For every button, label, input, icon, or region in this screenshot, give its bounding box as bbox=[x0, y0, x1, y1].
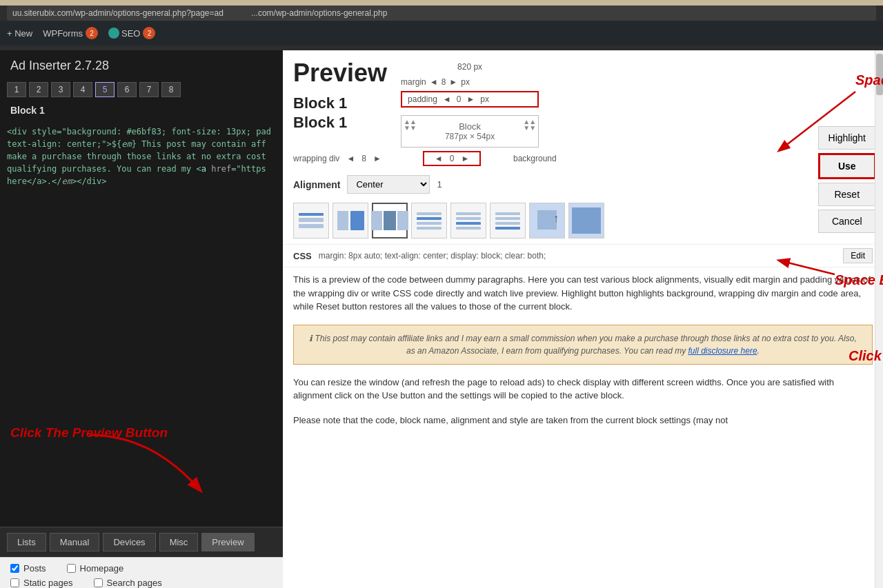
admin-bar-seo[interactable]: SEO 2 bbox=[108, 27, 155, 39]
tab-misc[interactable]: Misc bbox=[159, 533, 199, 551]
block1-h2: Block 1 bbox=[293, 114, 387, 132]
wrap-left-arrow[interactable]: ◄ bbox=[346, 154, 355, 163]
align-right-icon[interactable] bbox=[333, 203, 368, 239]
reset-button[interactable]: Reset bbox=[818, 183, 876, 206]
tab-preview[interactable]: Preview bbox=[201, 533, 254, 551]
align-center-icon[interactable] bbox=[372, 203, 408, 239]
checkbox-row-1: Posts Homepage bbox=[10, 563, 272, 574]
margin-control: margin ◄ 8 ► px bbox=[401, 77, 539, 87]
padding-control-box: padding ◄ 0 ► px bbox=[401, 91, 539, 108]
search-checkbox[interactable] bbox=[94, 578, 103, 587]
wrap2-right-arrow[interactable]: ► bbox=[461, 154, 469, 163]
padding-label: padding bbox=[408, 94, 437, 104]
posts-checkbox[interactable] bbox=[10, 564, 19, 573]
plugin-title: Ad Inserter 2.7.28 bbox=[0, 50, 283, 79]
tab-7[interactable]: 7 bbox=[139, 82, 159, 97]
align-icon4[interactable] bbox=[411, 203, 447, 239]
edit-button[interactable]: Edit bbox=[843, 248, 873, 263]
code-editor[interactable]: <div style="background: #e6bf83; font-si… bbox=[0, 120, 283, 527]
static-checkbox[interactable] bbox=[10, 578, 19, 587]
preview-top: Preview Block 1 Block 1 820 px margin ◄ … bbox=[283, 50, 883, 148]
click-preview-label: Click The Preview Button bbox=[10, 425, 168, 442]
corner-tl4[interactable]: ▼ bbox=[410, 124, 417, 132]
use-button[interactable]: Use bbox=[818, 153, 876, 179]
checkbox-search[interactable]: Search pages bbox=[94, 578, 162, 588]
checkbox-homepage[interactable]: Homepage bbox=[67, 563, 124, 574]
admin-bar-wpforms[interactable]: WPForms 2 bbox=[43, 27, 98, 39]
wrap-bg-controls: wrapping div ◄ 8 ► ◄ 0 ► background bbox=[283, 148, 883, 170]
wpforms-label: WPForms bbox=[43, 28, 83, 39]
css-line: CSS margin: 8px auto; text-align: center… bbox=[283, 244, 883, 267]
cancel-button[interactable]: Cancel bbox=[818, 210, 876, 233]
bottom-text2: Please note that the code, block name, a… bbox=[283, 408, 883, 433]
new-label: + New bbox=[7, 28, 32, 39]
affiliate-link[interactable]: full disclosure here bbox=[688, 346, 757, 356]
seo-badge: 2 bbox=[143, 27, 155, 39]
block-size: 787px × 54px bbox=[412, 132, 528, 141]
url-text2: ...com/wp-admin/options-general.php bbox=[251, 8, 387, 18]
description-text: This is a preview of the code between du… bbox=[283, 267, 883, 319]
wrap2-value: 0 bbox=[450, 154, 455, 163]
tab-6[interactable]: 6 bbox=[117, 82, 137, 97]
block-tabs: 1 2 3 4 5 6 7 8 bbox=[0, 79, 283, 101]
affiliate-notice: ℹ This post may contain affiliate links … bbox=[293, 325, 873, 365]
corner-tr3[interactable]: ▼ bbox=[529, 124, 536, 132]
tab-4[interactable]: 4 bbox=[73, 82, 92, 97]
corner-tr4[interactable]: ▼ bbox=[523, 124, 530, 132]
padding-right-arrow[interactable]: ► bbox=[466, 94, 475, 104]
padding-left-arrow[interactable]: ◄ bbox=[443, 94, 451, 104]
wrap-box2: ◄ 0 ► bbox=[423, 151, 481, 166]
seo-label: SEO bbox=[121, 28, 140, 39]
tab-devices[interactable]: Devices bbox=[103, 533, 155, 551]
alignment-icons: ↑ bbox=[283, 199, 883, 244]
block1-h1: Block 1 bbox=[293, 94, 387, 112]
wrap2-left-arrow[interactable]: ◄ bbox=[435, 154, 443, 163]
checkbox-static[interactable]: Static pages bbox=[10, 578, 73, 588]
tab-2[interactable]: 2 bbox=[29, 82, 48, 97]
align-icon5[interactable] bbox=[450, 203, 486, 239]
checkbox-area: Posts Homepage Static pages Search pages bbox=[0, 557, 283, 588]
align-left-icon[interactable] bbox=[293, 203, 329, 239]
wp-admin-bar: + New WPForms 2 SEO 2 bbox=[0, 21, 883, 45]
tab-3[interactable]: 3 bbox=[51, 82, 70, 97]
align-icon6[interactable] bbox=[490, 203, 526, 239]
css-value: margin: 8px auto; text-align: center; di… bbox=[319, 251, 546, 261]
margin-value: 8 bbox=[442, 77, 446, 87]
tab-1[interactable]: 1 bbox=[7, 82, 26, 97]
bottom-text1: You can resize the window (and refresh t… bbox=[283, 370, 883, 408]
scroll-thumb[interactable] bbox=[876, 54, 883, 95]
url-text: uu.siterubix.com/wp-admin/options-genera… bbox=[12, 8, 224, 18]
tab-lists[interactable]: Lists bbox=[7, 533, 46, 551]
highlight-button[interactable]: Highlight bbox=[818, 126, 876, 150]
checkbox-posts[interactable]: Posts bbox=[10, 563, 46, 574]
padding-unit: px bbox=[480, 94, 489, 104]
bg-label: background bbox=[513, 154, 557, 163]
block-name: Block 1 bbox=[0, 101, 283, 120]
align-icon8[interactable] bbox=[568, 203, 604, 239]
browser-chrome: uu.siterubix.com/wp-admin/options-genera… bbox=[0, 6, 883, 50]
homepage-checkbox[interactable] bbox=[67, 564, 76, 573]
margin-right-arrow[interactable]: ► bbox=[449, 77, 457, 87]
preview-title: Preview Block 1 Block 1 bbox=[293, 59, 387, 132]
tab-5[interactable]: 5 bbox=[95, 82, 115, 97]
block-label: Block bbox=[412, 121, 528, 132]
margin-left-arrow[interactable]: ◄ bbox=[430, 77, 438, 87]
preview-heading: Preview bbox=[293, 59, 387, 88]
main-layout: Ad Inserter 2.7.28 1 2 3 4 5 6 7 8 Block… bbox=[0, 50, 883, 588]
tab-manual[interactable]: Manual bbox=[50, 533, 100, 551]
wrap-label: wrapping div bbox=[293, 154, 339, 163]
px-label: 820 px bbox=[401, 62, 539, 72]
scrollbar[interactable] bbox=[875, 50, 883, 588]
right-panel: Preview Block 1 Block 1 820 px margin ◄ … bbox=[283, 50, 883, 588]
url-bar[interactable]: uu.siterubix.com/wp-admin/options-genera… bbox=[7, 6, 876, 21]
wrap-right-arrow[interactable]: ► bbox=[373, 154, 381, 163]
tab-8[interactable]: 8 bbox=[161, 82, 181, 97]
alignment-label: Alignment bbox=[293, 179, 340, 190]
admin-bar-new[interactable]: + New bbox=[7, 28, 32, 39]
checkbox-row-2: Static pages Search pages bbox=[10, 578, 272, 588]
left-panel: Ad Inserter 2.7.28 1 2 3 4 5 6 7 8 Block… bbox=[0, 50, 283, 588]
css-label: CSS bbox=[293, 251, 312, 261]
align-icon7[interactable]: ↑ bbox=[529, 203, 565, 239]
controls-panel: 820 px margin ◄ 8 ► px padding ◄ 0 bbox=[401, 62, 539, 148]
alignment-select[interactable]: Center bbox=[347, 175, 430, 194]
